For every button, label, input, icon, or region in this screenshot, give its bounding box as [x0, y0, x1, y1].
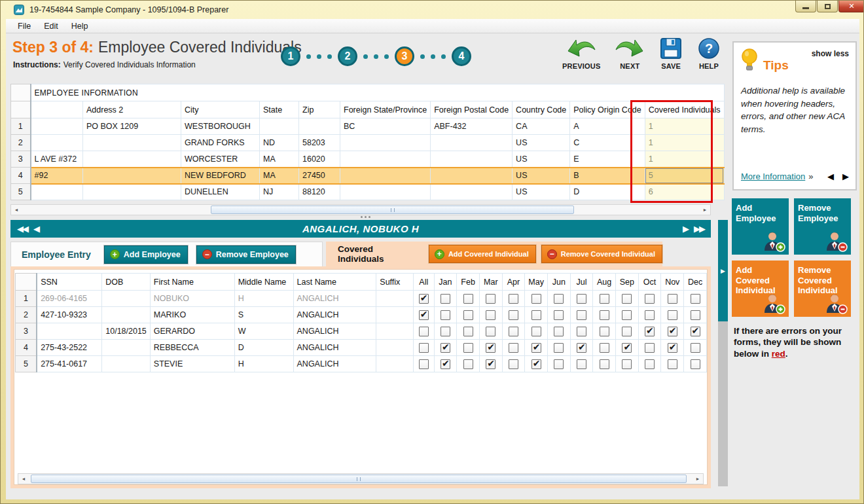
grid-cell[interactable]: US — [513, 135, 570, 151]
checkbox-jun[interactable] — [554, 327, 564, 336]
checkbox-apr[interactable] — [509, 359, 518, 369]
column-header[interactable]: Feb — [457, 274, 480, 291]
covered-individuals-cell[interactable]: 5 — [645, 168, 724, 184]
checkbox-feb[interactable] — [463, 310, 473, 320]
grid-cell[interactable] — [37, 323, 102, 340]
grid-cell[interactable] — [102, 307, 151, 323]
checkbox-sep[interactable] — [622, 359, 632, 369]
grid-cell[interactable] — [83, 135, 181, 151]
grid-cell[interactable] — [376, 340, 414, 356]
column-header[interactable]: Zip — [299, 101, 340, 118]
grid-cell[interactable]: 88120 — [299, 184, 340, 200]
checkbox-apr[interactable] — [509, 343, 518, 353]
column-header[interactable]: State — [260, 101, 299, 118]
minimize-button[interactable] — [795, 1, 816, 12]
grid-cell[interactable]: A — [570, 118, 645, 135]
checkbox-jan[interactable] — [441, 327, 450, 336]
grid-cell[interactable]: GERARDO — [150, 323, 234, 340]
checkbox-aug[interactable] — [600, 294, 609, 304]
grid-cell[interactable] — [102, 356, 151, 372]
grid-cell[interactable]: ANGALICH — [293, 307, 376, 323]
save-button[interactable]: SAVE — [659, 36, 683, 70]
checkbox-mar[interactable] — [486, 294, 495, 304]
checkbox-oct[interactable] — [645, 327, 655, 336]
checkbox-may[interactable] — [531, 327, 541, 336]
column-header[interactable]: Sep — [616, 274, 639, 291]
scrollbar-thumb[interactable] — [31, 475, 687, 483]
scrollbar-thumb[interactable] — [211, 206, 574, 214]
grid-cell[interactable]: US — [513, 168, 570, 184]
grid-cell[interactable] — [31, 135, 83, 151]
row-number[interactable]: 3 — [11, 151, 31, 168]
checkbox-may[interactable] — [531, 343, 541, 353]
covered-individual-row[interactable]: 310/18/2015GERARDOWANGALICH — [16, 323, 707, 340]
grid-cell[interactable]: MARIKO — [150, 307, 234, 323]
vertical-splitter[interactable] — [718, 321, 728, 486]
scroll-right-arrow[interactable]: ► — [693, 475, 702, 483]
column-header[interactable]: Foreign State/Province — [340, 101, 431, 118]
grid-cell[interactable]: REBBECCA — [150, 340, 234, 356]
checkbox-feb[interactable] — [463, 343, 473, 353]
covered-individual-row[interactable]: 2427-10-9323MARIKOSANGALICH — [16, 307, 707, 323]
checkbox-jul[interactable] — [577, 310, 586, 320]
grid-cell[interactable]: H — [234, 291, 293, 307]
checkbox-all[interactable] — [419, 327, 429, 336]
checkbox-all[interactable] — [419, 343, 429, 353]
row-number[interactable]: 4 — [11, 168, 31, 184]
checkbox-oct[interactable] — [645, 343, 655, 353]
grid-cell[interactable]: ANGALICH — [293, 356, 376, 372]
grid-cell[interactable]: 58203 — [299, 135, 340, 151]
checkbox-apr[interactable] — [509, 327, 518, 336]
grid-cell[interactable]: NJ — [260, 184, 299, 200]
checkbox-jul[interactable] — [577, 294, 586, 304]
row-number[interactable]: 4 — [16, 340, 37, 356]
grid-cell[interactable]: CA — [513, 118, 570, 135]
menu-item-help[interactable]: Help — [65, 19, 95, 33]
column-header[interactable]: Suffix — [376, 274, 414, 291]
grid-cell[interactable] — [376, 307, 414, 323]
checkbox-aug[interactable] — [600, 359, 609, 369]
checkbox-dec[interactable] — [691, 310, 700, 320]
checkbox-may[interactable] — [531, 310, 541, 320]
grid-cell[interactable]: 275-41-0617 — [37, 356, 102, 372]
grid-cell[interactable] — [340, 168, 431, 184]
checkbox-jun[interactable] — [554, 343, 564, 353]
checkbox-nov[interactable] — [668, 294, 677, 304]
add-covered-individual-button[interactable]: + Add Covered Individual — [429, 245, 536, 263]
row-number[interactable]: 1 — [16, 291, 37, 307]
grid-cell[interactable]: US — [513, 184, 570, 200]
grid-cell[interactable] — [83, 168, 181, 184]
column-header[interactable]: Dec — [684, 274, 707, 291]
grid-cell[interactable]: 10/18/2015 — [102, 323, 151, 340]
restore-button[interactable] — [817, 1, 838, 12]
checkbox-jul[interactable] — [577, 359, 586, 369]
column-header[interactable]: Last Name — [293, 274, 376, 291]
checkbox-may[interactable] — [531, 294, 541, 304]
grid-cell[interactable] — [340, 151, 431, 168]
grid-cell[interactable]: 275-43-2522 — [37, 340, 102, 356]
scroll-left-arrow[interactable]: ◄ — [19, 475, 28, 483]
checkbox-jan[interactable] — [441, 294, 450, 304]
employee-row[interactable]: 1PO BOX 1209WESTBOROUGHBCABF-432CAA1 — [11, 118, 725, 135]
grid-cell[interactable] — [260, 118, 299, 135]
grid-cell[interactable]: WESTBOROUGH — [181, 118, 260, 135]
grid-cell[interactable] — [431, 151, 513, 168]
column-header[interactable]: Apr — [502, 274, 525, 291]
sidebar-remove-covered-individual-button[interactable]: Remove Covered Individual — [794, 261, 851, 317]
column-header[interactable]: May — [525, 274, 548, 291]
covered-individuals-cell[interactable]: 6 — [645, 184, 724, 200]
checkbox-mar[interactable] — [486, 343, 495, 353]
covered-individual-row[interactable]: 1269-06-4165NOBUKOHANGALICH — [16, 291, 707, 307]
checkbox-nov[interactable] — [668, 343, 677, 353]
grid-cell[interactable] — [340, 184, 431, 200]
employee-row[interactable]: 5DUNELLENNJ88120USD6 — [11, 184, 725, 200]
grid-cell[interactable] — [102, 340, 151, 356]
column-header[interactable]: Country Code — [513, 101, 570, 118]
column-header[interactable]: All — [413, 274, 434, 291]
grid-cell[interactable]: S — [234, 307, 293, 323]
column-header[interactable]: Address 2 — [83, 101, 181, 118]
checkbox-nov[interactable] — [668, 359, 677, 369]
grid-cell[interactable]: 16020 — [299, 151, 340, 168]
grid-cell[interactable] — [376, 323, 414, 340]
covered-individuals-cell[interactable]: 1 — [645, 118, 724, 135]
